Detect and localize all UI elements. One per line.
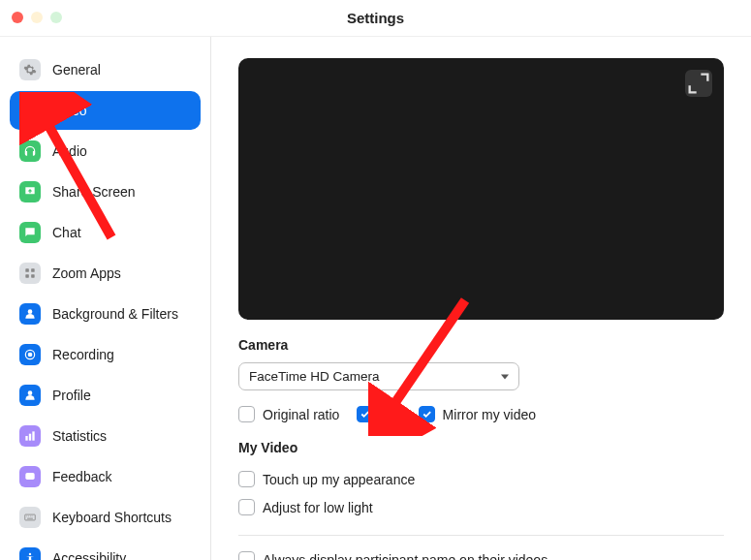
svg-rect-0 [25,268,29,272]
close-window-button[interactable] [12,12,23,23]
touch-up-checkbox[interactable]: Touch up my appearance [238,471,415,487]
checkbox-icon [238,471,255,487]
svg-point-6 [28,353,33,358]
svg-point-7 [28,390,33,395]
checkbox-label: HD [381,407,400,422]
svg-rect-10 [32,431,34,440]
sidebar-item-general[interactable]: General [10,50,201,89]
checkbox-label: Touch up my appearance [263,472,415,487]
checkbox-icon [238,499,255,515]
mirror-video-checkbox[interactable]: Mirror my video [419,406,536,422]
checkbox-label: Always display participant name on their… [263,552,548,561]
sidebar-item-label: Chat [52,225,81,240]
sidebar-item-share-screen[interactable]: Share Screen [10,172,201,211]
sidebar-item-recording[interactable]: Recording [10,335,201,374]
sidebar-item-label: Recording [52,347,114,362]
chat-icon [19,222,41,243]
divider [238,535,724,536]
svg-point-15 [29,553,31,555]
sidebar-item-label: Keyboard Shortcuts [52,510,172,525]
video-icon [19,100,41,121]
svg-point-12 [28,475,29,476]
sidebar-item-label: Background & Filters [52,306,178,322]
svg-rect-3 [31,274,35,278]
checkbox-label: Mirror my video [443,407,536,422]
sidebar-item-zoom-apps[interactable]: Zoom Apps [10,254,201,293]
window-title: Settings [347,10,404,26]
svg-rect-9 [29,434,31,441]
profile-icon [19,385,41,406]
settings-content: Camera FaceTime HD Camera Original ratio… [211,37,751,560]
sidebar-item-label: Audio [52,143,87,159]
sidebar-item-chat[interactable]: Chat [10,213,201,252]
record-icon [19,344,41,365]
camera-select[interactable]: FaceTime HD Camera [238,362,519,390]
sidebar-item-label: Share Screen [52,184,136,200]
camera-select-value: FaceTime HD Camera [249,369,380,384]
headphones-icon [19,140,41,162]
sidebar-item-video[interactable]: Video [10,91,201,130]
svg-rect-11 [25,473,34,480]
svg-rect-2 [25,274,29,278]
settings-sidebar: GeneralVideoAudioShare ScreenChatZoom Ap… [0,37,211,560]
person-icon [19,303,41,325]
camera-section-label: Camera [238,337,724,353]
titlebar: Settings [0,0,751,37]
svg-rect-8 [25,436,27,441]
minimize-window-button[interactable] [31,12,43,23]
sidebar-item-label: Zoom Apps [52,265,121,281]
stats-icon [19,425,41,447]
maximize-window-button[interactable] [50,12,62,23]
original-ratio-checkbox[interactable]: Original ratio [238,406,339,422]
checkbox-icon [357,406,373,422]
checkbox-icon [238,551,255,560]
sidebar-item-label: General [52,62,101,78]
sidebar-item-label: Profile [52,388,91,403]
checkbox-label: Adjust for low light [263,500,373,515]
share-icon [19,181,41,202]
sidebar-item-label: Statistics [52,428,107,444]
sidebar-item-statistics[interactable]: Statistics [10,417,201,455]
sidebar-item-feedback[interactable]: Feedback [10,457,201,496]
sidebar-item-profile[interactable]: Profile [10,376,201,415]
sidebar-item-label: Accessibility [52,550,126,560]
svg-point-4 [28,309,33,314]
gear-icon [19,59,41,80]
video-preview [238,58,724,320]
checkbox-icon [419,406,435,422]
expand-preview-button[interactable] [685,70,712,97]
window-controls [12,12,62,23]
svg-rect-14 [25,514,36,520]
sidebar-item-keyboard-shortcuts[interactable]: Keyboard Shortcuts [10,498,201,537]
sidebar-item-label: Video [52,103,87,118]
svg-rect-1 [31,268,35,272]
checkbox-label: Original ratio [263,407,339,422]
accessibility-icon [19,547,41,560]
sidebar-item-background-filters[interactable]: Background & Filters [10,295,201,333]
apps-icon [19,263,41,284]
feedback-icon [19,466,41,487]
sidebar-item-label: Feedback [52,469,111,484]
hd-checkbox[interactable]: HD [357,406,400,422]
checkbox-icon [238,406,255,422]
low-light-checkbox[interactable]: Adjust for low light [238,499,373,515]
svg-point-13 [31,475,32,476]
sidebar-item-audio[interactable]: Audio [10,132,201,171]
keyboard-icon [19,507,41,528]
participant-name-checkbox[interactable]: Always display participant name on their… [238,551,548,560]
sidebar-item-accessibility[interactable]: Accessibility [10,539,201,560]
my-video-section-label: My Video [238,440,724,455]
